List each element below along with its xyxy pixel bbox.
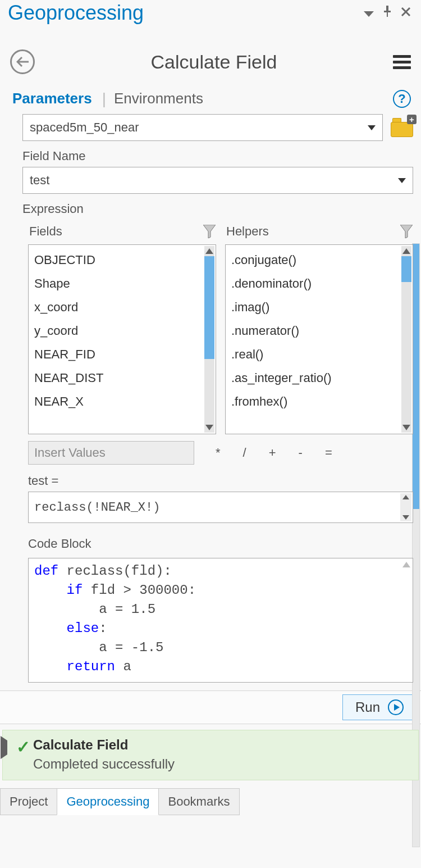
operator-button[interactable]: * <box>216 446 221 460</box>
svg-marker-7 <box>203 225 216 238</box>
list-item[interactable]: .as_integer_ratio() <box>231 366 399 390</box>
expression-builder: Fields OBJECTIDShapex_coordy_coordNEAR_F… <box>28 222 413 434</box>
code-block-input[interactable]: def reclass(fld): if fld > 300000: a = 1… <box>28 558 413 683</box>
helpers-scrollbar[interactable] <box>401 246 411 433</box>
list-item[interactable]: .numerator() <box>231 319 399 343</box>
field-name-label: Field Name <box>22 149 413 163</box>
tool-header: Calculate Field <box>0 29 421 85</box>
expression-value: reclass(!NEAR_X!) <box>34 501 160 515</box>
list-item[interactable]: NEAR_X <box>34 390 202 413</box>
expression-input[interactable]: reclass(!NEAR_X!) <box>28 492 413 523</box>
operator-button[interactable]: / <box>243 446 246 460</box>
close-icon[interactable] <box>396 2 415 24</box>
tab-environments[interactable]: Environments <box>114 88 203 110</box>
result-field-label: test = <box>28 474 413 488</box>
svg-marker-0 <box>364 11 374 17</box>
field-name-value: test <box>30 173 49 188</box>
svg-rect-1 <box>386 6 388 11</box>
check-icon: ✓ <box>16 737 30 757</box>
fields-scrollbar[interactable] <box>204 246 214 433</box>
fields-filter-icon[interactable] <box>203 224 216 239</box>
list-item[interactable]: OBJECTID <box>34 248 202 272</box>
chevron-down-icon <box>368 125 376 130</box>
operator-button[interactable]: + <box>269 446 276 460</box>
tab-project[interactable]: Project <box>0 788 57 815</box>
helpers-listbox[interactable]: .conjugate().denominator().imag().numera… <box>225 244 413 434</box>
list-item[interactable]: .fromhex() <box>231 390 399 413</box>
list-item[interactable]: x_coord <box>34 296 202 319</box>
pane-title: Geoprocessing <box>8 1 359 25</box>
tool-title: Calculate Field <box>35 51 393 73</box>
expression-spinner[interactable] <box>400 493 411 521</box>
fields-listbox[interactable]: OBJECTIDShapex_coordy_coordNEAR_FIDNEAR_… <box>28 244 216 434</box>
operator-button[interactable]: - <box>299 446 303 460</box>
list-item[interactable]: .denominator() <box>231 272 399 296</box>
status-message: ✓ Calculate Field Completed successfully <box>2 730 419 780</box>
list-item[interactable]: NEAR_DIST <box>34 366 202 390</box>
run-button[interactable]: Run <box>342 694 417 720</box>
pane-menu-icon[interactable] <box>359 2 378 24</box>
expand-status-icon[interactable] <box>1 740 7 755</box>
help-icon[interactable]: ? <box>393 90 411 108</box>
input-table-select[interactable]: spaced5m_50_near <box>22 114 383 141</box>
fields-header: Fields <box>29 224 62 239</box>
bottom-dock-tabs: Project Geoprocessing Bookmarks <box>0 788 421 815</box>
status-title: Calculate Field <box>33 737 409 753</box>
operator-buttons: */+-= <box>203 446 332 460</box>
tab-separator: | <box>102 90 106 108</box>
list-item[interactable]: NEAR_FID <box>34 343 202 366</box>
play-icon <box>388 699 404 715</box>
run-bar: Run <box>0 690 421 724</box>
pane-header: Geoprocessing <box>0 0 421 29</box>
status-text: Completed successfully <box>33 756 409 772</box>
tab-bookmarks[interactable]: Bookmarks <box>158 788 239 815</box>
chevron-down-icon <box>398 178 406 183</box>
svg-rect-3 <box>387 12 388 17</box>
tab-geoprocessing[interactable]: Geoprocessing <box>57 788 159 815</box>
svg-rect-2 <box>384 11 391 12</box>
expression-label: Expression <box>22 202 413 216</box>
list-item[interactable]: .imag() <box>231 296 399 319</box>
svg-marker-8 <box>400 225 413 238</box>
tab-parameters[interactable]: Parameters <box>12 88 92 110</box>
list-item[interactable]: .real() <box>231 343 399 366</box>
helpers-filter-icon[interactable] <box>400 224 413 239</box>
list-item[interactable]: Shape <box>34 272 202 296</box>
list-item[interactable]: .conjugate() <box>231 248 399 272</box>
run-label: Run <box>355 699 380 715</box>
hamburger-menu-icon[interactable] <box>393 52 411 72</box>
input-table-value: spaced5m_50_near <box>30 120 139 135</box>
browse-folder-button[interactable]: + <box>391 118 413 137</box>
tool-tabs: Parameters | Environments ? <box>0 85 421 110</box>
pin-icon[interactable] <box>378 2 396 24</box>
operator-button[interactable]: = <box>325 446 332 460</box>
list-item[interactable]: y_coord <box>34 319 202 343</box>
helpers-header: Helpers <box>226 224 269 239</box>
field-name-select[interactable]: test <box>22 167 413 194</box>
insert-values-label: Insert Values <box>34 446 106 460</box>
insert-values-select[interactable]: Insert Values <box>28 441 194 465</box>
code-block-label: Code Block <box>28 537 413 551</box>
back-button[interactable] <box>10 49 35 74</box>
parameters-panel: spaced5m_50_near + Field Name test Expre… <box>0 110 421 683</box>
